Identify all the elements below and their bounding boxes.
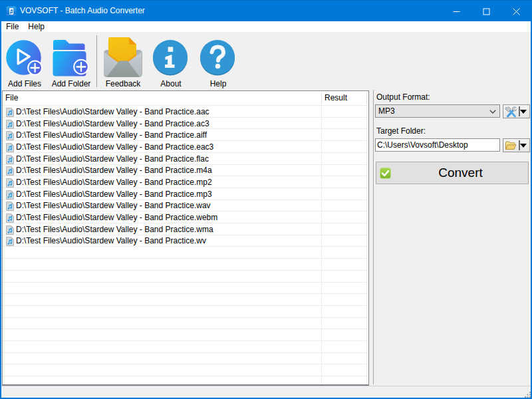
add-files-button[interactable]: Add Files: [1, 35, 48, 89]
file-path: D:\Test Files\Audio\Stardew Valley - Ban…: [16, 213, 217, 222]
file-path: D:\Test Files\Audio\Stardew Valley - Ban…: [16, 190, 212, 199]
maximize-icon: [483, 8, 490, 15]
file-path: D:\Test Files\Audio\Stardew Valley - Ban…: [16, 142, 213, 152]
file-path: D:\Test Files\Audio\Stardew Valley - Ban…: [16, 201, 211, 210]
file-row[interactable]: D:\Test Files\Audio\Stardew Valley - Ban…: [3, 223, 367, 235]
list-header: File Result: [3, 91, 368, 106]
output-format-label: Output Format:: [376, 92, 430, 102]
app-window: VOVSOFT - Batch Audio Converter File Hel…: [0, 0, 532, 399]
convert-button[interactable]: Convert: [376, 162, 529, 184]
menu-help[interactable]: Help: [23, 21, 49, 32]
statusbar: [1, 386, 531, 398]
help-icon: [200, 39, 237, 76]
music-file-icon: [6, 131, 14, 140]
column-header-file[interactable]: File: [5, 91, 18, 105]
titlebar: VOVSOFT - Batch Audio Converter: [0, 0, 532, 21]
music-file-icon: [6, 120, 14, 129]
feedback-label: Feedback: [100, 79, 146, 88]
music-file-icon: [6, 201, 14, 211]
file-path: D:\Test Files\Audio\Stardew Valley - Ban…: [16, 119, 209, 128]
file-row[interactable]: D:\Test Files\Audio\Stardew Valley - Ban…: [3, 176, 367, 188]
music-file-icon: [6, 155, 14, 164]
format-settings-button[interactable]: [503, 104, 530, 118]
music-file-icon: [6, 143, 14, 152]
about-label: About: [148, 79, 194, 88]
help-button[interactable]: Help: [195, 35, 241, 89]
settings-tools-icon: [505, 106, 518, 118]
file-path: D:\Test Files\Audio\Stardew Valley - Ban…: [16, 178, 212, 187]
app-icon: [6, 6, 17, 17]
close-button[interactable]: [501, 1, 531, 22]
target-folder-label: Target Folder:: [376, 126, 426, 136]
add-files-icon: [6, 39, 43, 76]
list-body: D:\Test Files\Audio\Stardew Valley - Ban…: [3, 106, 367, 384]
output-format-value: MP3: [378, 105, 395, 117]
column-divider-2[interactable]: [366, 92, 367, 104]
about-button[interactable]: About: [148, 35, 194, 89]
file-path: D:\Test Files\Audio\Stardew Valley - Ban…: [16, 107, 209, 116]
resize-grip[interactable]: [523, 391, 531, 398]
convert-check-icon: [380, 168, 391, 179]
close-icon: [513, 8, 520, 15]
add-files-label: Add Files: [1, 79, 48, 88]
file-row[interactable]: D:\Test Files\Audio\Stardew Valley - Ban…: [3, 106, 367, 118]
settings-dropdown-arrow-icon: [520, 110, 527, 114]
file-row[interactable]: D:\Test Files\Audio\Stardew Valley - Ban…: [3, 129, 367, 141]
minimize-icon: [453, 8, 460, 15]
output-format-select[interactable]: MP3: [375, 104, 500, 118]
music-file-icon: [6, 237, 14, 246]
music-file-icon: [6, 108, 14, 117]
browse-dropdown-arrow-icon: [520, 144, 527, 148]
browse-folder-button[interactable]: [503, 138, 530, 152]
file-row[interactable]: D:\Test Files\Audio\Stardew Valley - Ban…: [3, 153, 367, 165]
file-row[interactable]: D:\Test Files\Audio\Stardew Valley - Ban…: [3, 118, 367, 130]
add-folder-label: Add Folder: [48, 79, 94, 88]
about-icon: [152, 39, 190, 76]
options-panel: Output Format: MP3 Target Folder:: [373, 90, 531, 384]
window-title: VOVSOFT - Batch Audio Converter: [20, 1, 145, 21]
file-row[interactable]: D:\Test Files\Audio\Stardew Valley - Ban…: [3, 141, 367, 153]
convert-button-label: Convert: [393, 166, 528, 180]
column-divider[interactable]: [321, 92, 322, 104]
target-folder-input[interactable]: [375, 138, 500, 152]
file-path: D:\Test Files\Audio\Stardew Valley - Ban…: [16, 236, 206, 245]
column-header-result[interactable]: Result: [325, 91, 347, 105]
toolbar: Add Files Add Folder: [1, 32, 531, 90]
file-path: D:\Test Files\Audio\Stardew Valley - Ban…: [16, 130, 207, 140]
file-path: D:\Test Files\Audio\Stardew Valley - Ban…: [16, 154, 209, 164]
file-path: D:\Test Files\Audio\Stardew Valley - Ban…: [16, 166, 212, 175]
minimize-button[interactable]: [442, 1, 471, 22]
menu-file[interactable]: File: [1, 21, 23, 32]
music-file-icon: [6, 225, 14, 235]
file-list[interactable]: File Result D:\Test Files\Audio\Stardew …: [2, 90, 369, 386]
file-path: D:\Test Files\Audio\Stardew Valley - Ban…: [16, 225, 213, 234]
add-folder-icon: [53, 39, 90, 76]
toolbar-separator: [96, 35, 97, 87]
maximize-button[interactable]: [471, 1, 501, 22]
file-row[interactable]: D:\Test Files\Audio\Stardew Valley - Ban…: [3, 200, 367, 212]
file-row[interactable]: D:\Test Files\Audio\Stardew Valley - Ban…: [3, 235, 367, 247]
music-file-icon: [6, 178, 14, 188]
client-area: File Help: [1, 21, 531, 398]
feedback-icon: [103, 37, 143, 78]
add-folder-button[interactable]: Add Folder: [48, 35, 94, 89]
file-row[interactable]: D:\Test Files\Audio\Stardew Valley - Ban…: [3, 211, 367, 223]
music-file-icon: [6, 213, 14, 223]
open-folder-icon: [505, 141, 517, 150]
music-file-icon: [6, 190, 14, 200]
file-row[interactable]: D:\Test Files\Audio\Stardew Valley - Ban…: [3, 164, 367, 176]
combo-chevron-icon: [489, 110, 496, 114]
file-row[interactable]: D:\Test Files\Audio\Stardew Valley - Ban…: [3, 188, 367, 200]
music-file-icon: [6, 166, 14, 176]
feedback-button[interactable]: Feedback: [100, 35, 146, 89]
menubar: File Help: [1, 21, 531, 32]
help-label: Help: [195, 79, 241, 88]
